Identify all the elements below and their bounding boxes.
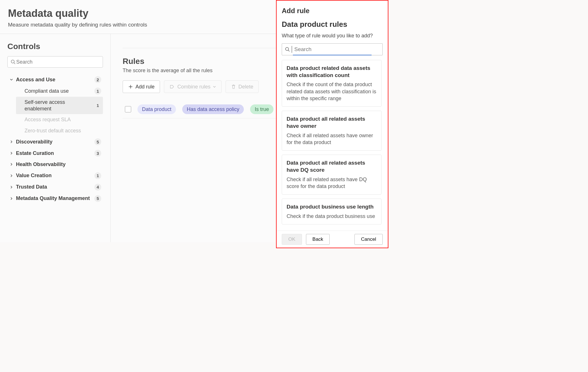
add-rule-button[interactable]: Add rule [123, 80, 160, 93]
tree-group[interactable]: Value Creation1 [7, 170, 103, 181]
rule-chip-predicate[interactable]: Has data access policy [182, 104, 244, 114]
tree-group-label: Metadata Quality Management [16, 195, 92, 202]
controls-search[interactable] [7, 56, 103, 68]
rule-type-card[interactable]: Data product all related assets have DQ … [282, 155, 382, 195]
rule-chip-value[interactable]: Is true [250, 104, 273, 114]
focus-underline [293, 55, 372, 55]
rule-type-card[interactable]: Data product related data assets with cl… [282, 60, 382, 107]
ok-button[interactable]: OK [282, 234, 302, 245]
rule-type-title: Data product related data assets with cl… [287, 65, 377, 79]
tree-child-label: Zero-trust default access [25, 128, 101, 134]
combine-icon [169, 84, 175, 89]
panel-title: Add rule [282, 7, 383, 15]
count-badge: 1 [94, 172, 101, 179]
tree-group[interactable]: Trusted Data4 [7, 181, 103, 193]
count-badge: 1 [94, 88, 101, 94]
add-rule-label: Add rule [135, 84, 155, 90]
chevron-down-icon [9, 78, 14, 81]
rule-type-desc: Check if all related assets have owner f… [287, 132, 377, 146]
panel-search-input[interactable] [294, 46, 380, 53]
search-icon [11, 59, 16, 64]
rule-type-list[interactable]: Data product related data assets with cl… [282, 60, 383, 229]
plus-icon [128, 84, 133, 89]
rule-checkbox[interactable] [125, 106, 131, 112]
controls-sidebar: Controls Access and Use2Compliant data u… [0, 34, 111, 242]
tree-group-label: Estate Curation [16, 150, 92, 157]
rule-type-desc: Check if the data product business use [287, 213, 377, 220]
count-badge: 1 [94, 102, 101, 109]
svg-line-5 [288, 50, 290, 52]
rule-type-title: Data product all related assets have DQ … [287, 159, 377, 173]
panel-search[interactable] [282, 43, 383, 55]
delete-label: Delete [238, 84, 253, 90]
rule-type-title: Data product business use length [287, 203, 377, 211]
panel-subtitle: Data product rules [282, 20, 383, 29]
tree-group[interactable]: Estate Curation3 [7, 147, 103, 159]
tree-group[interactable]: Metadata Quality Management5 [7, 193, 103, 204]
chevron-right-icon [9, 151, 14, 155]
tree-group-label: Discoverability [16, 139, 92, 145]
rule-type-title: Data product all related assets have own… [287, 116, 377, 130]
rule-type-desc: Check if the count of the data product r… [287, 81, 377, 102]
svg-line-1 [14, 63, 15, 64]
panel-footer: OK Back Cancel [277, 231, 388, 248]
controls-tree: Access and Use2Compliant data use1Self-s… [7, 74, 103, 204]
panel-question: What type of rule would you like to add? [282, 33, 383, 39]
chevron-right-icon [9, 197, 14, 200]
rule-type-desc: Check if all related assets have DQ scor… [287, 176, 377, 190]
chevron-down-icon [213, 85, 216, 88]
cancel-button[interactable]: Cancel [354, 234, 383, 245]
count-badge: 5 [94, 138, 101, 145]
tree-child[interactable]: Self-serve access enablement1 [16, 97, 103, 114]
chevron-right-icon [9, 174, 14, 177]
delete-button[interactable]: Delete [226, 80, 259, 93]
rule-type-card[interactable]: Data product business use lengthCheck if… [282, 199, 382, 225]
chevron-right-icon [9, 163, 14, 166]
tree-child-label: Compliant data use [25, 88, 92, 94]
count-badge: 3 [94, 150, 101, 157]
add-rule-panel: Add rule Data product rules What type of… [276, 0, 388, 248]
tree-child-label: Access request SLA [25, 116, 101, 123]
chevron-right-icon [9, 140, 14, 143]
back-button[interactable]: Back [306, 234, 330, 245]
tree-child[interactable]: Access request SLA [16, 114, 103, 125]
chevron-right-icon [9, 185, 14, 189]
count-badge: 5 [94, 195, 101, 202]
controls-search-input[interactable] [16, 59, 100, 65]
tree-group-label: Trusted Data [16, 184, 92, 190]
tree-child-label: Self-serve access enablement [25, 99, 92, 112]
tree-child[interactable]: Compliant data use1 [16, 85, 103, 97]
trash-icon [231, 84, 236, 89]
tree-group[interactable]: Access and Use2 [7, 74, 103, 85]
tree-group-label: Health Observability [16, 161, 101, 168]
svg-point-0 [11, 60, 14, 63]
controls-heading: Controls [7, 42, 103, 51]
tree-group[interactable]: Health Observability [7, 159, 103, 170]
rule-chip-subject[interactable]: Data product [137, 104, 176, 114]
rule-type-card[interactable]: Data product all related assets have own… [282, 111, 382, 151]
count-badge: 2 [94, 76, 101, 83]
combine-rules-button[interactable]: Combine rules [164, 80, 222, 93]
search-icon [285, 47, 290, 52]
text-caret [292, 46, 292, 53]
tree-group-label: Access and Use [16, 76, 92, 83]
combine-rules-label: Combine rules [177, 84, 210, 90]
tree-group[interactable]: Discoverability5 [7, 136, 103, 147]
count-badge: 4 [94, 184, 101, 191]
svg-point-4 [285, 47, 289, 50]
tree-child[interactable]: Zero-trust default access [16, 125, 103, 136]
tree-group-label: Value Creation [16, 172, 92, 179]
